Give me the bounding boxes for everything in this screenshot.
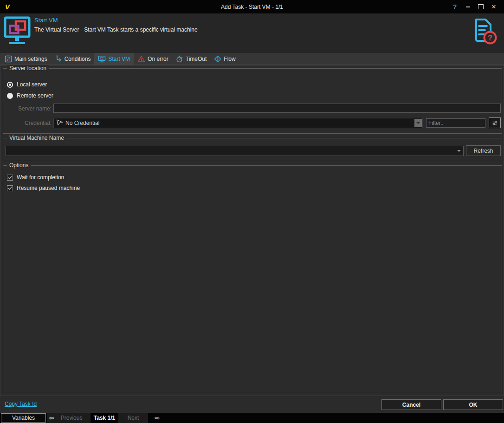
virtual-machine-name-group: Virtual Machine Name Refresh (3, 138, 502, 160)
tabbar: Main settings Conditions St (0, 53, 504, 65)
options-group: Options Wait for completion Resume pause… (3, 165, 502, 393)
credential-dropdown-arrow[interactable] (414, 119, 422, 127)
branch-arrow-icon (55, 55, 62, 63)
radio-label: Local server (17, 81, 47, 88)
group-label: Virtual Machine Name (7, 135, 66, 141)
tab-start-vm[interactable]: Start VM (94, 53, 134, 65)
credential-label: Credential: (3, 120, 52, 126)
remote-server-radio[interactable]: Remote server (7, 92, 53, 99)
left-arrow-icon: ⇦ (49, 415, 54, 421)
tab-label: Flow (224, 56, 235, 62)
credential-filter-input[interactable] (426, 118, 485, 128)
group-label: Server location (7, 65, 49, 72)
tab-flow[interactable]: Flow (210, 53, 239, 65)
dialog-footer: Copy Task Id Cancel OK (0, 396, 504, 413)
credential-pointer-icon (56, 118, 64, 128)
window-controls: ? ✕ (448, 0, 500, 13)
flow-diamond-icon (214, 55, 221, 63)
tab-conditions[interactable]: Conditions (51, 53, 95, 65)
stopwatch-icon (176, 55, 183, 63)
variables-button[interactable]: Variables (1, 413, 46, 423)
chevron-down-icon (416, 122, 420, 124)
tab-on-error[interactable]: On error (134, 53, 172, 65)
minimize-icon[interactable] (461, 0, 474, 13)
server-location-group: Server location Local server Remote serv… (3, 68, 502, 134)
close-icon[interactable]: ✕ (487, 0, 500, 13)
warning-triangle-icon (137, 55, 145, 63)
tab-label: Conditions (65, 56, 91, 62)
previous-task-button[interactable]: ⇦ Previous (47, 413, 90, 423)
refresh-button[interactable]: Refresh (466, 145, 501, 156)
previous-label: Previous (61, 415, 83, 421)
copy-task-id-link[interactable]: Copy Task Id (5, 401, 37, 407)
tab-label: Start VM (108, 56, 130, 62)
titlebar: v Add Task - Start VM - 1/1 ? ✕ (0, 0, 504, 13)
task-position-indicator: Task 1/1 (91, 413, 117, 423)
vm-name-dropdown[interactable] (6, 146, 464, 156)
next-task-button[interactable]: Next (118, 413, 148, 423)
tab-label: TimeOut (186, 56, 207, 62)
server-name-label: Server name: (3, 105, 52, 112)
start-vm-tab-page: Server location Local server Remote serv… (0, 65, 504, 396)
tab-main-settings[interactable]: Main settings (1, 53, 51, 65)
start-vm-task-icon (3, 16, 31, 47)
task-help-icon[interactable]: ? (471, 18, 498, 47)
local-server-radio[interactable]: Local server (7, 81, 47, 88)
chevron-down-icon (457, 150, 461, 152)
help-icon[interactable]: ? (448, 0, 461, 13)
tab-label: On error (148, 56, 168, 62)
checkbox-checked-icon (7, 185, 13, 191)
checkbox-checked-icon (7, 175, 13, 181)
cancel-button[interactable]: Cancel (381, 399, 441, 410)
radio-selected-icon (7, 82, 13, 88)
checkbox-label: Wait for completion (17, 174, 64, 181)
resume-paused-machine-checkbox[interactable]: Resume paused machine (7, 185, 80, 191)
radio-label: Remote server (17, 92, 53, 99)
wait-for-completion-checkbox[interactable]: Wait for completion (7, 174, 64, 181)
credential-settings-button[interactable] (489, 117, 501, 128)
window-title: Add Task - Start VM - 1/1 (0, 4, 504, 10)
radio-unselected-icon (7, 93, 13, 99)
settings-sliders-icon (5, 55, 12, 63)
checkbox-label: Resume paused machine (17, 185, 80, 191)
task-description: The Virtual Server - Start VM Task start… (34, 26, 198, 33)
ok-button[interactable]: OK (443, 399, 503, 410)
vm-name-value (6, 148, 8, 154)
maximize-icon[interactable] (474, 0, 487, 13)
group-label: Options (7, 162, 31, 169)
right-arrow-icon[interactable]: ⇨ (148, 413, 167, 423)
credential-value: No Credential (65, 120, 99, 126)
credential-dropdown[interactable]: No Credential (53, 118, 423, 128)
tab-label: Main settings (14, 56, 47, 62)
server-name-input[interactable] (53, 104, 501, 113)
task-header: Start VM The Virtual Server - Start VM T… (0, 13, 504, 53)
minimize-glyph (466, 7, 470, 7)
next-label: Next (128, 415, 139, 421)
statusbar: Variables ⇦ Previous Task 1/1 Next ⇨ (0, 413, 504, 423)
vm-monitor-icon (98, 55, 106, 63)
sliders-icon (491, 119, 498, 127)
maximize-glyph (478, 4, 484, 9)
task-title: Start VM (34, 17, 58, 24)
svg-text:?: ? (488, 34, 492, 42)
tab-timeout[interactable]: TimeOut (172, 53, 211, 65)
